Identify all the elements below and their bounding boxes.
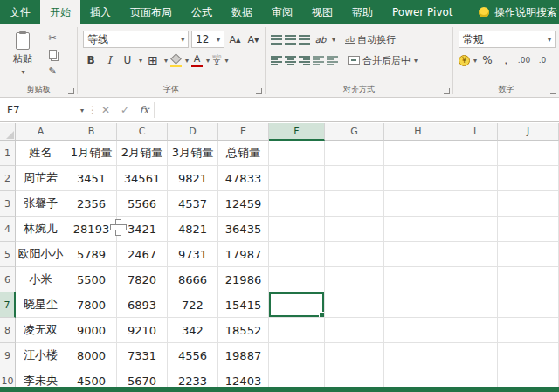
- select-all-corner[interactable]: [0, 123, 16, 141]
- cell-B4[interactable]: 28193: [66, 217, 117, 242]
- cell-D8[interactable]: 342: [168, 318, 218, 343]
- cell-C1[interactable]: 2月销量: [117, 141, 168, 166]
- row-header-9[interactable]: 9: [0, 343, 16, 368]
- cell-J1[interactable]: [498, 141, 559, 166]
- cell-D3[interactable]: 4537: [168, 191, 218, 217]
- cell-A4[interactable]: 林婉儿: [16, 217, 66, 242]
- align-left-button[interactable]: [271, 56, 282, 65]
- tell-me-search[interactable]: 操作说明搜索: [479, 0, 559, 24]
- cell-E8[interactable]: 18552: [218, 318, 269, 343]
- borders-button[interactable]: ⊞: [145, 52, 161, 69]
- paste-dropdown-icon[interactable]: ▾: [21, 68, 24, 76]
- column-header-F[interactable]: F: [269, 123, 325, 141]
- align-right-button[interactable]: [299, 56, 310, 65]
- row-header-4[interactable]: 4: [0, 217, 16, 242]
- cell-A6[interactable]: 小米: [16, 267, 66, 292]
- cell-F2[interactable]: [269, 166, 325, 191]
- tab-视图[interactable]: 视图: [302, 0, 342, 24]
- cell-F5[interactable]: [269, 242, 325, 267]
- cell-D5[interactable]: 9731: [168, 242, 218, 267]
- cell-H2[interactable]: [384, 166, 452, 191]
- column-header-D[interactable]: D: [168, 123, 218, 141]
- phonetic-guide-button[interactable]: wén 文: [212, 54, 221, 66]
- cell-H7[interactable]: [384, 292, 452, 318]
- column-header-C[interactable]: C: [117, 123, 168, 141]
- align-middle-button[interactable]: [285, 35, 296, 45]
- cell-H1[interactable]: [384, 141, 452, 166]
- tab-页面布局[interactable]: 页面布局: [121, 0, 182, 24]
- cell-F3[interactable]: [269, 191, 325, 217]
- align-top-button[interactable]: [271, 35, 282, 45]
- column-header-J[interactable]: J: [498, 123, 559, 141]
- cell-B9[interactable]: 8000: [66, 343, 117, 368]
- italic-button[interactable]: I: [101, 52, 117, 69]
- cell-B1[interactable]: 1月销量: [66, 141, 117, 166]
- tab-开始[interactable]: 开始: [40, 0, 80, 24]
- orientation-button[interactable]: ab: [313, 31, 328, 48]
- cell-D6[interactable]: 8666: [168, 267, 218, 292]
- cell-G3[interactable]: [325, 191, 384, 217]
- cell-I1[interactable]: [452, 141, 498, 166]
- cell-F8[interactable]: [269, 318, 325, 343]
- cell-A5[interactable]: 欧阳小小: [16, 242, 66, 267]
- row-header-3[interactable]: 3: [0, 191, 16, 217]
- row-header-2[interactable]: 2: [0, 166, 16, 191]
- font-name-combo[interactable]: 等线 ▾: [83, 31, 189, 48]
- row-header-5[interactable]: 5: [0, 242, 16, 267]
- column-header-B[interactable]: B: [66, 123, 117, 141]
- cell-A3[interactable]: 张馨予: [16, 191, 66, 217]
- cell-E6[interactable]: 21986: [218, 267, 269, 292]
- cell-B2[interactable]: 3451: [66, 166, 117, 191]
- column-header-G[interactable]: G: [325, 123, 384, 141]
- underline-dropdown-icon[interactable]: ▾: [139, 57, 142, 65]
- cell-B7[interactable]: 7800: [66, 292, 117, 318]
- cell-C6[interactable]: 7820: [117, 267, 168, 292]
- font-color-dropdown-icon[interactable]: ▾: [206, 57, 210, 65]
- cell-A9[interactable]: 江小楼: [16, 343, 66, 368]
- decrease-font-size-button[interactable]: A▾: [245, 31, 261, 48]
- cell-E1[interactable]: 总销量: [218, 141, 269, 166]
- cell-G7[interactable]: [325, 292, 384, 318]
- clipboard-dialog-launcher[interactable]: [68, 88, 74, 94]
- cell-J4[interactable]: [498, 217, 559, 242]
- cell-B6[interactable]: 5500: [66, 267, 117, 292]
- cell-E4[interactable]: 36435: [218, 217, 269, 242]
- cell-C8[interactable]: 9210: [117, 318, 168, 343]
- column-header-H[interactable]: H: [384, 123, 452, 141]
- cell-H4[interactable]: [384, 217, 452, 242]
- cell-B8[interactable]: 9000: [66, 318, 117, 343]
- cell-A7[interactable]: 晓星尘: [16, 292, 66, 318]
- accounting-dropdown-icon[interactable]: ▾: [473, 57, 477, 65]
- fill-color-dropdown-icon[interactable]: ▾: [185, 57, 189, 65]
- cell-G1[interactable]: [325, 141, 384, 166]
- cut-button[interactable]: ✂: [44, 31, 61, 45]
- cell-D1[interactable]: 3月销量: [168, 141, 218, 166]
- cell-F1[interactable]: [269, 141, 325, 166]
- cell-E7[interactable]: 15415: [218, 292, 269, 318]
- row-header-7[interactable]: 7: [0, 292, 16, 318]
- phonetic-dropdown-icon[interactable]: ▾: [224, 57, 228, 65]
- number-dialog-launcher[interactable]: [550, 88, 556, 94]
- cell-E2[interactable]: 47833: [218, 166, 269, 191]
- name-box[interactable]: F7: [0, 99, 75, 121]
- cell-J3[interactable]: [498, 191, 559, 217]
- cell-J2[interactable]: [498, 166, 559, 191]
- tab-帮助[interactable]: 帮助: [342, 0, 383, 24]
- cell-J5[interactable]: [498, 242, 559, 267]
- percent-style-button[interactable]: %: [480, 52, 495, 69]
- align-bottom-button[interactable]: [299, 35, 310, 45]
- cell-F9[interactable]: [269, 343, 325, 368]
- tab-数据[interactable]: 数据: [222, 0, 262, 24]
- cell-A2[interactable]: 周芷若: [16, 166, 66, 191]
- font-color-button[interactable]: A: [191, 54, 203, 67]
- cell-B5[interactable]: 5789: [66, 242, 117, 267]
- bold-button[interactable]: B: [83, 52, 99, 69]
- increase-font-size-button[interactable]: A▴: [227, 31, 243, 48]
- orientation-dropdown-icon[interactable]: ▾: [332, 36, 335, 44]
- column-header-A[interactable]: A: [16, 123, 66, 141]
- underline-button[interactable]: U: [120, 52, 135, 69]
- cell-C2[interactable]: 34561: [117, 166, 168, 191]
- increase-decimal-button[interactable]: .00: [516, 52, 532, 69]
- tab-Power Pivot[interactable]: Power Pivot: [383, 0, 463, 24]
- cell-G6[interactable]: [325, 267, 384, 292]
